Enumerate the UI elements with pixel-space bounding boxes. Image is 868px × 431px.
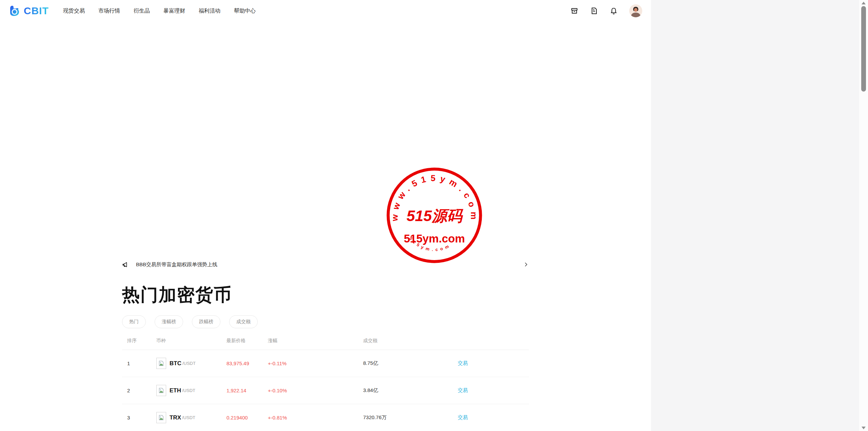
trade-link[interactable]: 交易 xyxy=(458,387,468,393)
change-cell: +-0.81% xyxy=(268,415,363,420)
price-cell: 0.219400 xyxy=(226,415,268,420)
stamp-domain-text: 515ym.com xyxy=(404,232,465,245)
megaphone-icon xyxy=(122,261,129,268)
nav-item-derivatives[interactable]: 衍生品 xyxy=(134,7,150,15)
orders-document-icon[interactable] xyxy=(590,7,598,15)
announcement-banner[interactable]: BBB交易所带盲盒期权跟单强势上线 xyxy=(122,258,529,271)
chevron-right-icon[interactable] xyxy=(523,261,529,268)
volume-cell: 8.75亿 xyxy=(363,360,458,367)
scroll-up-arrow-icon[interactable] xyxy=(862,2,866,4)
coin-symbol: BTC xyxy=(170,360,181,367)
price-cell: 83,975.49 xyxy=(226,360,268,366)
nav-item-wealth[interactable]: 暴富理财 xyxy=(163,7,185,15)
volume-cell: 3.84亿 xyxy=(363,387,458,394)
rank-cell: 2 xyxy=(122,388,156,393)
table-row[interactable]: 2 ETH /USDT 1,922.14 +-0.10% 3.84亿 交易 xyxy=(122,377,529,404)
main-nav: 现货交易 市场行情 衍生品 暴富理财 福利活动 帮助中心 xyxy=(63,7,256,15)
assets-archive-icon[interactable] xyxy=(570,7,578,15)
coin-pair: /USDT xyxy=(182,388,195,393)
top-navbar: CBIT 现货交易 市场行情 衍生品 暴富理财 福利活动 帮助中心 xyxy=(0,0,651,22)
nav-item-spot[interactable]: 现货交易 xyxy=(63,7,85,15)
stamp-center-text: 515源码 xyxy=(407,207,463,224)
stamp-bottom-arc-text: 515ym.com xyxy=(408,236,452,252)
col-change: 涨幅 xyxy=(268,338,363,344)
logo[interactable]: CBIT xyxy=(9,5,49,17)
change-cell: +-0.11% xyxy=(268,360,363,366)
header-right xyxy=(570,4,642,17)
filter-gainers[interactable]: 涨幅榜 xyxy=(155,315,183,328)
coin-cell: BTC /USDT xyxy=(156,358,226,369)
col-coin: 币种 xyxy=(156,338,226,344)
user-avatar[interactable] xyxy=(629,4,642,17)
filter-hot[interactable]: 热门 xyxy=(122,315,146,328)
scrollbar[interactable] xyxy=(859,0,868,431)
page-title: 热门加密货币 xyxy=(122,284,529,305)
scroll-down-arrow-icon[interactable] xyxy=(862,427,866,429)
price-cell: 1,922.14 xyxy=(226,388,268,393)
notifications-bell-icon[interactable] xyxy=(610,7,618,15)
coin-symbol: ETH xyxy=(170,387,181,394)
col-price: 最新价格 xyxy=(226,338,268,344)
table-row[interactable]: 3 TRX /USDT 0.219400 +-0.81% 7320.76万 交易 xyxy=(122,404,529,431)
rank-cell: 3 xyxy=(122,415,156,420)
rank-cell: 1 xyxy=(122,360,156,366)
coin-cell: ETH /USDT xyxy=(156,385,226,396)
logo-text: CBIT xyxy=(24,5,49,17)
avatar-image xyxy=(629,4,642,17)
watermark-stamp: www.515ym.com 515源码 515ym.com 515ym.com xyxy=(385,166,484,265)
broken-image-icon xyxy=(156,385,166,396)
filter-losers[interactable]: 跌幅榜 xyxy=(192,315,220,328)
announcement-text: BBB交易所带盲盒期权跟单强势上线 xyxy=(136,261,217,268)
coin-cell: TRX /USDT xyxy=(156,412,226,423)
nav-item-markets[interactable]: 市场行情 xyxy=(98,7,120,15)
trade-link[interactable]: 交易 xyxy=(458,360,468,366)
coin-pair: /USDT xyxy=(182,361,196,366)
stamp-top-arc-text: www.515ym.com xyxy=(390,173,479,224)
table-header: 排序 币种 最新价格 涨幅 成交额 xyxy=(122,338,529,350)
trade-link[interactable]: 交易 xyxy=(458,414,468,420)
nav-item-promotions[interactable]: 福利活动 xyxy=(199,7,220,15)
main-content: BBB交易所带盲盒期权跟单强势上线 热门加密货币 热门 涨幅榜 跌幅榜 成交额 … xyxy=(122,258,529,431)
coin-pair: /USDT xyxy=(182,415,195,420)
broken-image-icon xyxy=(156,412,166,423)
change-cell: +-0.10% xyxy=(268,388,363,393)
col-volume: 成交额 xyxy=(363,338,458,344)
volume-cell: 7320.76万 xyxy=(363,414,458,421)
broken-image-icon xyxy=(156,358,166,369)
page: CBIT 现货交易 市场行情 衍生品 暴富理财 福利活动 帮助中心 xyxy=(0,0,651,431)
coin-symbol: TRX xyxy=(170,414,181,421)
col-rank: 排序 xyxy=(122,338,156,344)
filter-tabs: 热门 涨幅榜 跌幅榜 成交额 xyxy=(122,315,529,328)
logo-icon xyxy=(9,5,21,17)
scrollbar-thumb[interactable] xyxy=(861,6,866,92)
filter-volume[interactable]: 成交额 xyxy=(229,315,258,328)
nav-item-help[interactable]: 帮助中心 xyxy=(234,7,256,15)
table-row[interactable]: 1 BTC /USDT 83,975.49 +-0.11% 8.75亿 交易 xyxy=(122,350,529,377)
